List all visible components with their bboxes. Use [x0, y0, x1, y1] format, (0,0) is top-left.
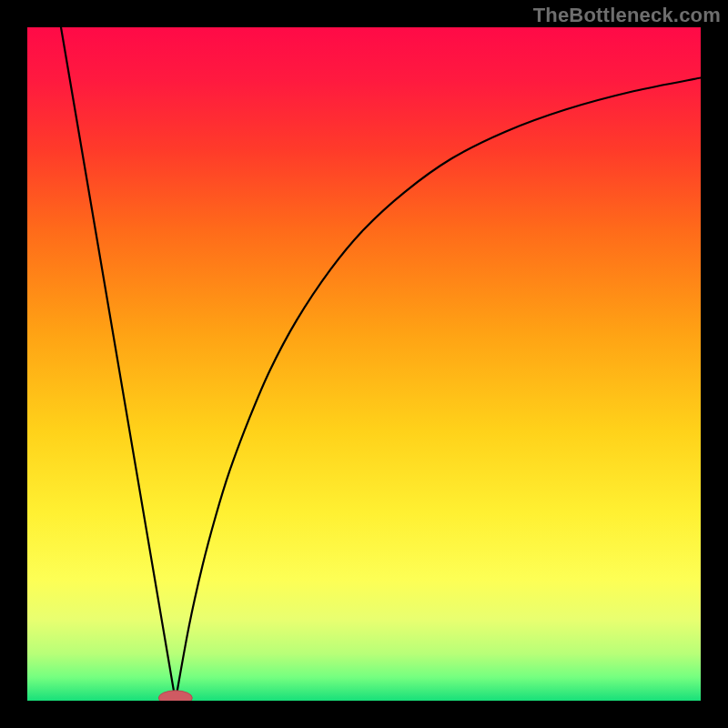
plot-area [27, 27, 701, 701]
bottleneck-chart [27, 27, 701, 701]
watermark-text: TheBottleneck.com [533, 4, 721, 27]
gradient-background [27, 27, 701, 701]
outer-frame: TheBottleneck.com [0, 0, 728, 728]
